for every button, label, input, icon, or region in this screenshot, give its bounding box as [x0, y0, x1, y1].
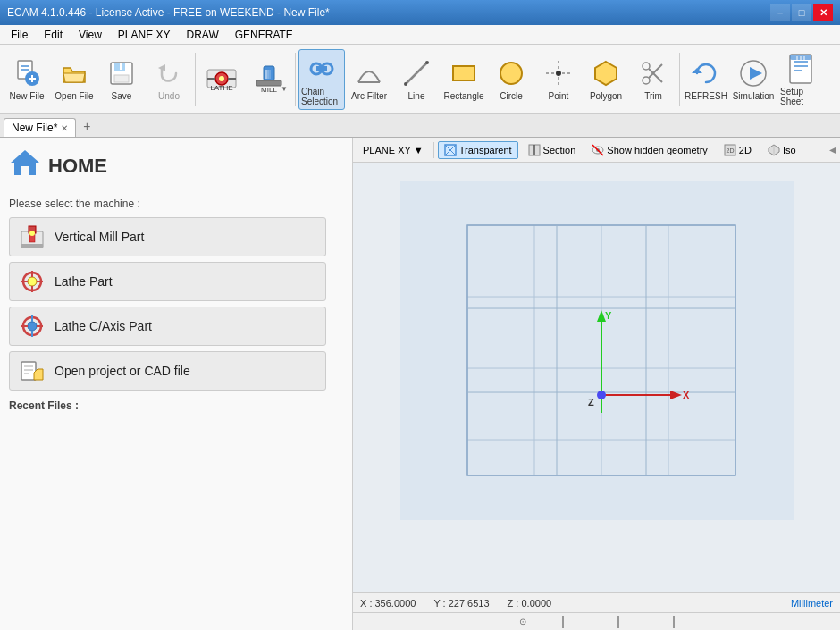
toolbar-undo[interactable]: Undo [146, 49, 192, 110]
coord-z: Z : 0.0000 [508, 598, 552, 609]
tab-new-file[interactable]: New File* ✕ [4, 118, 76, 137]
svg-point-108 [597, 391, 606, 399]
save-icon [105, 57, 138, 89]
open-project-button[interactable]: Open project or CAD file [9, 351, 326, 391]
svg-marker-51 [11, 150, 39, 175]
lathe-part-label: Lathe Part [55, 274, 113, 289]
menu-file[interactable]: File [4, 27, 35, 43]
menu-plane-xy[interactable]: PLANE XY [111, 27, 178, 43]
open-project-label: Open project or CAD file [55, 364, 190, 378]
toolbar-trim[interactable]: Trim [630, 49, 676, 110]
menu-edit[interactable]: Edit [37, 27, 70, 43]
vp-show-hidden-btn[interactable]: Show hidden geometry [585, 141, 714, 159]
svg-text:2D: 2D [726, 147, 734, 154]
vp-2d-btn[interactable]: 2D 2D [718, 141, 758, 159]
menu-draw[interactable]: DRAW [180, 27, 226, 43]
simulation-icon [737, 57, 769, 89]
vertical-mill-icon [19, 223, 46, 250]
menu-view[interactable]: View [71, 27, 109, 43]
toolbar-chain-selection-label: Chain Selection [301, 87, 342, 106]
transparent-icon [444, 144, 457, 156]
toolbar-point-label: Point [549, 91, 569, 101]
open-project-icon [19, 357, 46, 384]
chain-selection-icon [306, 53, 338, 85]
left-panel: HOME Please select the machine : Vertica… [0, 138, 353, 630]
toolbar-sep-1 [195, 53, 196, 106]
home-icon [9, 147, 41, 185]
vertical-mill-button[interactable]: Vertical Mill Part [9, 217, 326, 256]
unit-link[interactable]: Millimeter [791, 598, 833, 609]
section-icon [528, 144, 541, 156]
svg-rect-8 [114, 75, 129, 82]
tab-add-button[interactable]: + [78, 117, 96, 135]
undo-icon [153, 57, 185, 89]
toolbar-polygon[interactable]: Polygon [583, 49, 629, 110]
menu-generate[interactable]: GENERATE [228, 27, 300, 43]
toolbar-circle[interactable]: Circle [488, 49, 534, 110]
svg-point-56 [29, 231, 35, 236]
viewport-resize-handle[interactable]: ◀ [829, 145, 836, 155]
tab-close-button[interactable]: ✕ [61, 123, 68, 133]
minimize-button[interactable]: – [770, 4, 790, 21]
toolbar-sep-2 [295, 53, 296, 106]
toolbar-circle-label: Circle [500, 91, 523, 101]
grid-viewport: Y X Z [400, 181, 794, 520]
plane-xy-dropdown[interactable]: PLANE XY ▼ [357, 142, 430, 158]
toolbar-mill[interactable]: MILL ▼ [246, 49, 292, 110]
toolbar-refresh[interactable]: REFRESH [683, 49, 729, 110]
coord-bar: X : 356.0000 Y : 227.6513 Z : 0.0000 Mil… [353, 592, 840, 612]
home-header: HOME [9, 147, 343, 185]
toolbar-setup-sheet-label: Setup Sheet [780, 87, 821, 106]
svg-rect-30 [453, 66, 475, 80]
svg-rect-9 [120, 63, 122, 70]
svg-text:LATHE: LATHE [210, 84, 232, 92]
trim-icon [637, 57, 669, 89]
svg-rect-20 [269, 70, 271, 79]
toolbar: New File Open File Save [0, 45, 840, 114]
toolbar-sep-3 [679, 53, 680, 106]
toolbar-arc-filter[interactable]: Arc Filter [346, 49, 392, 110]
svg-rect-55 [21, 244, 43, 248]
toolbar-open-file[interactable]: Open File [51, 49, 97, 110]
plane-xy-chevron: ▼ [414, 145, 424, 155]
vp-section-btn[interactable]: Section [522, 141, 583, 159]
tab-label: New File* [12, 122, 57, 134]
close-button[interactable]: ✕ [813, 4, 833, 21]
toolbar-chain-selection[interactable]: Chain Selection [298, 49, 345, 110]
polygon-icon [590, 57, 622, 89]
svg-marker-40 [692, 68, 702, 73]
arc-filter-icon [353, 57, 385, 89]
lathe-part-button[interactable]: Lathe Part [9, 262, 326, 301]
tab-bar: New File* ✕ + [0, 114, 840, 138]
toolbar-line[interactable]: Line [393, 49, 440, 110]
scroll-marker-3 [673, 616, 675, 628]
svg-marker-35 [595, 62, 617, 85]
lathe-caxis-button[interactable]: Lathe C/Axis Part [9, 307, 326, 346]
show-hidden-icon [592, 144, 604, 156]
toolbar-rectangle-label: Rectangle [443, 91, 483, 101]
scroll-marker-2 [617, 616, 619, 628]
vp-iso-btn[interactable]: Iso [761, 141, 802, 159]
lathe-icon [19, 268, 46, 295]
toolbar-simulation[interactable]: Simulation [730, 49, 777, 110]
toolbar-lathe[interactable]: LATHE [198, 49, 245, 110]
toolbar-rectangle[interactable]: Rectangle [441, 49, 487, 110]
maximize-button[interactable]: □ [792, 4, 811, 21]
svg-point-58 [28, 277, 37, 286]
toolbar-undo-label: Undo [158, 91, 180, 101]
toolbar-save[interactable]: Save [98, 49, 145, 110]
svg-rect-25 [316, 66, 327, 71]
window-controls: – □ ✕ [770, 4, 833, 21]
vp-transparent-btn[interactable]: Transparent [438, 141, 518, 159]
lathe-caxis-icon [19, 313, 46, 340]
svg-rect-19 [267, 70, 269, 79]
toolbar-new-file-label: New File [10, 91, 45, 101]
2d-icon: 2D [724, 144, 736, 156]
toolbar-new-file[interactable]: New File [4, 49, 50, 110]
coord-y: Y : 227.6513 [433, 598, 489, 609]
toolbar-point[interactable]: Point [535, 49, 582, 110]
svg-rect-18 [265, 70, 267, 79]
svg-marker-42 [750, 67, 762, 80]
svg-point-28 [404, 82, 407, 86]
toolbar-setup-sheet[interactable]: Setup Sheet [777, 49, 824, 110]
